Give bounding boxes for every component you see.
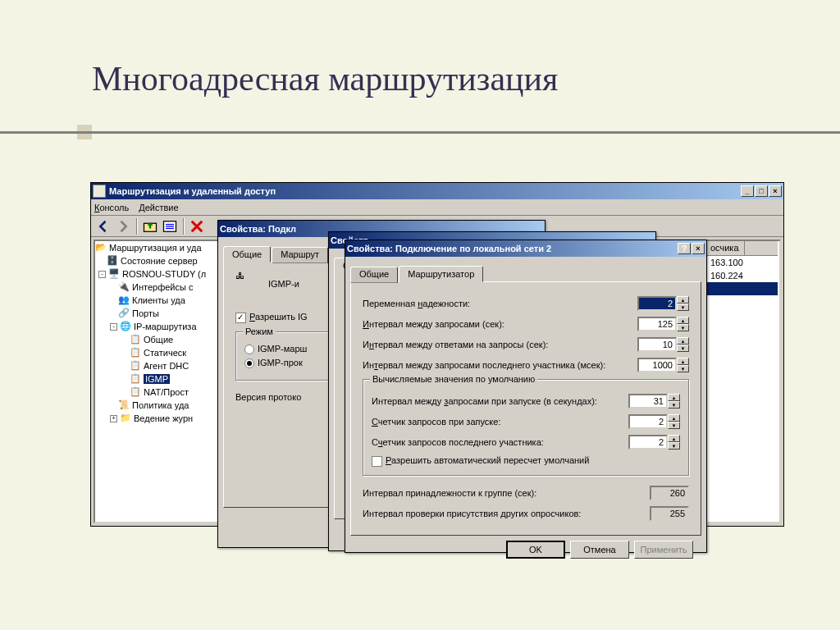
general-icon: 📋 [130,334,141,345]
tree-logging[interactable]: Ведение журн [134,413,193,423]
detail-row[interactable]: 160.224 [705,269,778,282]
spinner[interactable]: ▲▼ [668,394,680,409]
collapse-button[interactable]: - [98,271,106,278]
help-button[interactable]: ? [678,243,691,254]
delete-x-icon [189,218,205,235]
detail-row-selected[interactable] [705,282,778,295]
reliability-input[interactable] [637,296,677,311]
interfaces-icon: 🔌 [118,281,130,293]
tree-root[interactable]: Маршрутизация и уда [109,243,202,253]
close-button[interactable]: × [769,185,782,197]
workspace: Маршрутизация и удаленный доступ _ □ × К… [90,182,784,555]
allow-label: Разрешить IG [249,312,308,322]
tree-item[interactable]: Агент DHC [144,361,189,371]
routing-icon: 🌐 [120,321,131,332]
last-member-count-label: Счетчик запросов последнего участника: [372,437,628,447]
title-underline [0,131,840,134]
spinner[interactable]: ▲▼ [668,414,680,429]
group-membership-label: Интервал принадлежности к группе (сек): [363,488,650,498]
policy-icon: 📜 [118,399,130,411]
folder-up-icon [142,218,158,235]
allow-igmp-checkbox[interactable] [235,313,246,323]
ok-button[interactable]: OK [506,541,565,559]
tree-server-status[interactable]: Состояние сервер [121,256,198,266]
server-icon: 🖥️ [108,268,120,280]
tab-router[interactable]: Маршрут [272,247,328,263]
tree-item[interactable]: Интерфейсы с [132,282,193,292]
group-membership-value: 260 [650,486,689,500]
tree-server[interactable]: ROSNOU-STUDY (л [122,269,206,279]
nat-icon: 📋 [130,386,141,398]
last-member-interval-label: Интервал между запросами последнего учас… [363,360,637,370]
other-querier-label: Интервал проверки присутствия других опр… [363,509,650,518]
mmc-titlebar[interactable]: Маршрутизация и удаленный доступ _ □ × [91,183,783,199]
tree-item[interactable]: Общие [144,335,173,345]
delete-toolbar-button[interactable] [188,217,206,235]
spinner[interactable]: ▲▼ [677,317,689,331]
spinner[interactable]: ▲▼ [677,337,689,352]
tree-item[interactable]: Порты [132,308,159,318]
dhcp-icon: 📋 [130,360,141,372]
startup-interval-label: Интервал между запросами при запуске (в … [372,396,628,406]
dialog1-title: Свойства: Подкл [220,224,296,234]
clients-icon: 👥 [118,294,130,306]
tree-panel[interactable]: 📂Маршрутизация и уда 🗄️Состояние сервер … [94,240,237,523]
igmp-proxy-radio[interactable] [244,358,254,368]
spinner[interactable]: ▲▼ [677,358,689,372]
arrow-right-icon [115,218,131,235]
startup-interval-input[interactable] [628,394,668,409]
auto-recalc-checkbox[interactable] [372,456,382,467]
last-member-count-input[interactable] [628,435,668,450]
query-interval-input[interactable] [637,317,677,331]
detail-header[interactable]: осчика [705,241,778,256]
network-icon: 🖧 [235,271,262,297]
defaults-legend: Вычисляемые значения по умолчанию [370,374,537,384]
igmp-icon: 📋 [130,373,141,385]
apply-button[interactable]: Применить [634,541,693,559]
cancel-button[interactable]: Отмена [570,541,629,559]
list-icon [162,218,178,235]
menu-action[interactable]: Действие [139,203,178,212]
properties-toolbar-button[interactable] [161,217,179,235]
menu-console[interactable]: Консоль [94,203,129,212]
mmc-title-text: Маршрутизация и удаленный доступ [109,186,276,196]
properties-dialog-active: Свойства: Подключение по локальной сети … [345,240,707,553]
reliability-spinner[interactable]: ▲▼ [677,296,689,311]
system-menu-icon[interactable] [93,185,106,198]
column-header[interactable]: осчика [705,241,745,255]
collapse-button[interactable]: - [110,323,117,331]
close-button[interactable]: × [692,243,705,254]
query-interval-label: Интервал между запросами (сек): [363,319,637,329]
reliability-label: Переменная надежности: [363,299,637,308]
tree-item[interactable]: Статическ [144,348,186,358]
maximize-button[interactable]: □ [755,185,768,197]
startup-count-label: Счетчик запросов при запуске: [372,417,628,427]
minimize-button[interactable]: _ [741,185,754,197]
startup-count-input[interactable] [628,414,668,429]
detail-row[interactable]: 163.100 [705,256,778,269]
other-querier-value: 255 [650,506,689,521]
spinner[interactable]: ▲▼ [668,435,680,450]
tree-policy[interactable]: Политика уда [132,400,189,410]
response-interval-input[interactable] [637,337,677,352]
expand-button[interactable]: + [110,415,117,422]
back-button[interactable] [94,217,112,235]
tab-router-active[interactable]: Маршрутизатор [399,266,483,282]
tree-item[interactable]: Клиенты уда [132,295,185,305]
tab-general[interactable]: Общие [350,267,398,283]
console-root-icon: 📂 [95,242,107,253]
auto-recalc-label: Разрешить автоматический пересчет умолча… [386,455,589,465]
last-member-interval-input[interactable] [637,358,677,372]
arrow-left-icon [95,218,112,235]
tree-igmp-selected[interactable]: IGMP [144,374,170,384]
forward-button[interactable] [114,217,132,235]
dialog3-title: Свойства: Подключение по локальной сети … [347,244,551,253]
igmp-router-radio[interactable] [244,345,254,354]
dialog3-titlebar[interactable]: Свойства: Подключение по локальной сети … [345,240,706,257]
slide-title: Многоадресная маршрутизация [92,59,558,98]
up-button[interactable] [141,217,159,235]
tree-item[interactable]: NAT/Прост [144,387,189,397]
tab-general[interactable]: Общие [223,246,271,262]
mode-legend: Режим [243,326,276,336]
tree-iprouting[interactable]: IP-маршрутиза [134,322,197,331]
